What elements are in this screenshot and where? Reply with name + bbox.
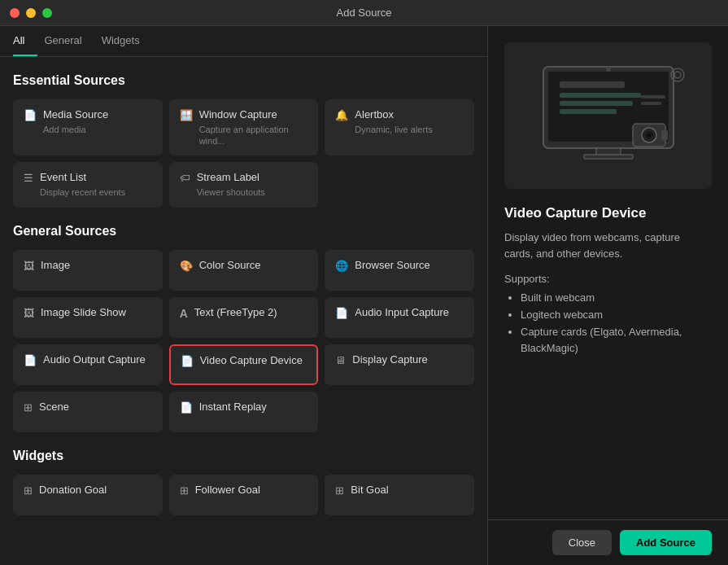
source-item-window-capture[interactable]: 🪟 Window Capture Capture an application … xyxy=(169,99,319,155)
essential-sources-grid: 📄 Media Source Add media 🪟 Window Captur… xyxy=(13,99,474,208)
color-source-icon: 🎨 xyxy=(180,260,193,272)
alertbox-subtitle: Dynamic, live alerts xyxy=(355,124,464,135)
essential-sources-title: Essential Sources xyxy=(13,73,474,88)
color-source-title: Color Source xyxy=(199,259,308,273)
window-title: Add Source xyxy=(337,7,392,19)
browser-source-icon: 🌐 xyxy=(335,260,348,272)
traffic-lights xyxy=(10,8,52,18)
tab-all[interactable]: All xyxy=(13,26,37,56)
window-capture-title: Window Capture xyxy=(199,108,308,122)
text-freetype-icon: A xyxy=(180,307,188,320)
stream-label-subtitle: Viewer shoutouts xyxy=(197,186,308,198)
display-capture-title: Display Capture xyxy=(352,353,464,367)
alertbox-content: Alertbox Dynamic, live alerts xyxy=(355,108,464,135)
source-item-image-slide-show[interactable]: 🖼 Image Slide Show xyxy=(13,297,163,338)
svg-point-15 xyxy=(674,72,681,78)
media-source-icon: 📄 xyxy=(24,109,37,121)
right-panel: Video Capture Device Display video from … xyxy=(488,26,728,565)
source-item-media-source[interactable]: 📄 Media Source Add media xyxy=(13,99,163,155)
add-source-button[interactable]: Add Source xyxy=(620,530,712,555)
source-item-video-capture-device[interactable]: 📄 Video Capture Device xyxy=(169,344,319,385)
media-source-subtitle: Add media xyxy=(43,124,152,135)
preview-area xyxy=(504,42,712,189)
close-button[interactable]: Close xyxy=(552,530,612,555)
svg-point-12 xyxy=(647,134,651,137)
titlebar: Add Source xyxy=(0,0,728,26)
close-window-button[interactable] xyxy=(10,8,20,18)
image-slide-show-title: Image Slide Show xyxy=(41,306,152,320)
source-item-alertbox[interactable]: 🔔 Alertbox Dynamic, live alerts xyxy=(325,99,474,155)
supports-item-2: Capture cards (Elgato, Avermedia, BlackM… xyxy=(521,324,712,358)
general-sources-title: General Sources xyxy=(13,224,474,239)
donation-goal-icon: ⊞ xyxy=(24,484,33,497)
event-list-icon: ☰ xyxy=(24,172,33,184)
source-item-display-capture[interactable]: 🖥 Display Capture xyxy=(325,344,474,385)
event-list-subtitle: Display recent events xyxy=(40,186,152,198)
instant-replay-icon: 📄 xyxy=(180,401,193,414)
alertbox-icon: 🔔 xyxy=(335,109,348,121)
source-item-scene[interactable]: ⊞ Scene xyxy=(13,392,163,432)
minimize-window-button[interactable] xyxy=(26,8,36,18)
audio-output-capture-title: Audio Output Capture xyxy=(43,353,152,367)
source-item-stream-label[interactable]: 🏷 Stream Label Viewer shoutouts xyxy=(169,162,319,207)
source-item-donation-goal[interactable]: ⊞ Donation Goal xyxy=(13,475,163,515)
main-container: All General Widgets Essential Sources 📄 … xyxy=(0,26,728,565)
audio-output-capture-icon: 📄 xyxy=(24,354,37,366)
instant-replay-title: Instant Replay xyxy=(199,401,308,414)
device-illustration-svg xyxy=(519,50,698,181)
svg-rect-4 xyxy=(560,101,633,106)
source-item-event-list[interactable]: ☰ Event List Display recent events xyxy=(13,162,163,207)
maximize-window-button[interactable] xyxy=(42,8,52,18)
image-title: Image xyxy=(41,259,152,273)
svg-rect-7 xyxy=(596,148,621,155)
detail-description: Display video from webcams, capture card… xyxy=(504,230,712,261)
window-capture-subtitle: Capture an application wind... xyxy=(199,124,308,147)
source-item-follower-goal[interactable]: ⊞ Follower Goal xyxy=(169,475,319,515)
widgets-grid: ⊞ Donation Goal ⊞ Follower Goal ⊞ Bit Go… xyxy=(13,475,474,515)
svg-rect-5 xyxy=(560,109,617,114)
audio-input-capture-icon: 📄 xyxy=(335,307,348,319)
scene-title: Scene xyxy=(39,401,152,414)
window-capture-content: Window Capture Capture an application wi… xyxy=(199,108,308,147)
tab-widgets[interactable]: Widgets xyxy=(102,26,153,56)
image-slide-show-icon: 🖼 xyxy=(24,307,34,319)
supports-list: Built in webcam Logitech webcam Capture … xyxy=(504,290,712,357)
widgets-title: Widgets xyxy=(13,449,474,463)
svg-rect-13 xyxy=(661,130,668,140)
source-item-instant-replay[interactable]: 📄 Instant Replay xyxy=(169,392,319,432)
browser-source-title: Browser Source xyxy=(355,259,464,273)
stream-label-content: Stream Label Viewer shoutouts xyxy=(197,171,308,198)
event-list-content: Event List Display recent events xyxy=(40,171,152,198)
svg-rect-3 xyxy=(560,93,641,98)
detail-title: Video Capture Device xyxy=(504,205,712,221)
follower-goal-icon: ⊞ xyxy=(180,484,189,497)
media-source-content: Media Source Add media xyxy=(43,108,152,135)
svg-rect-17 xyxy=(641,102,661,105)
tab-general[interactable]: General xyxy=(44,26,94,56)
video-capture-device-title: Video Capture Device xyxy=(200,354,307,368)
stream-label-icon: 🏷 xyxy=(180,172,190,184)
alertbox-title: Alertbox xyxy=(355,108,464,122)
window-capture-icon: 🪟 xyxy=(180,109,193,121)
supports-item-0: Built in webcam xyxy=(521,290,712,307)
sources-content: Essential Sources 📄 Media Source Add med… xyxy=(0,57,487,565)
svg-rect-8 xyxy=(584,155,633,159)
bit-goal-icon: ⊞ xyxy=(335,484,344,497)
left-panel: All General Widgets Essential Sources 📄 … xyxy=(0,26,488,565)
stream-label-title: Stream Label xyxy=(197,171,308,185)
bit-goal-title: Bit Goal xyxy=(351,484,464,497)
image-icon: 🖼 xyxy=(24,260,34,272)
svg-point-6 xyxy=(606,67,611,72)
text-freetype-title: Text (FreeType 2) xyxy=(194,306,308,320)
source-item-color-source[interactable]: 🎨 Color Source xyxy=(169,250,319,291)
svg-rect-2 xyxy=(560,81,625,88)
follower-goal-title: Follower Goal xyxy=(195,484,308,497)
supports-label: Supports: xyxy=(504,273,712,285)
source-item-browser-source[interactable]: 🌐 Browser Source xyxy=(325,250,474,291)
source-item-text-freetype[interactable]: A Text (FreeType 2) xyxy=(169,297,319,338)
source-item-audio-output-capture[interactable]: 📄 Audio Output Capture xyxy=(13,344,163,385)
source-item-bit-goal[interactable]: ⊞ Bit Goal xyxy=(325,475,474,515)
source-item-image[interactable]: 🖼 Image xyxy=(13,250,163,291)
tab-bar: All General Widgets xyxy=(0,26,487,57)
source-item-audio-input-capture[interactable]: 📄 Audio Input Capture xyxy=(325,297,474,338)
